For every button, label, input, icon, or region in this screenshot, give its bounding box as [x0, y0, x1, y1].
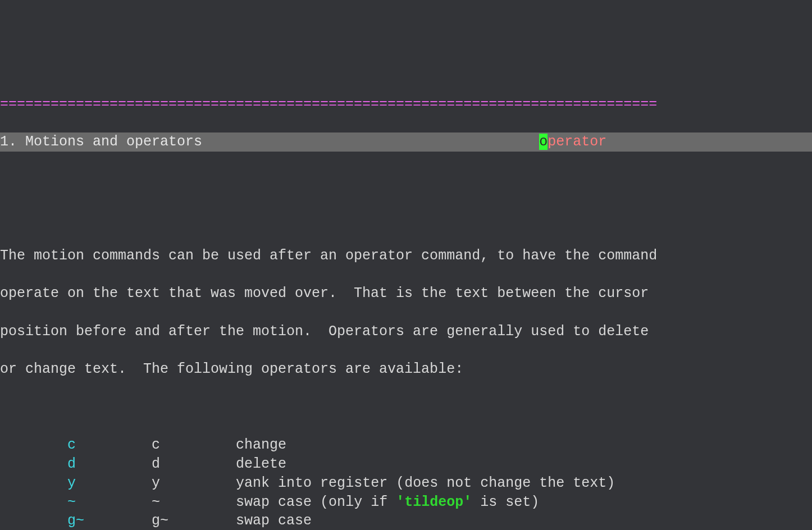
paragraph-line: The motion commands can be used after an…: [0, 246, 812, 266]
paragraph-line: operate on the text that was moved over.…: [0, 284, 812, 303]
operator-row: y y yank into register (does not change …: [0, 474, 812, 493]
row-indent: [0, 475, 67, 491]
cursor: o: [539, 134, 548, 150]
row-indent: [0, 456, 67, 472]
operator-row: d d delete: [0, 455, 812, 474]
operator-desc-post: is set): [472, 494, 539, 510]
help-link[interactable]: y: [67, 475, 152, 491]
paragraph-line: or change text. The following operators …: [0, 360, 812, 379]
operator-row: ~ ~ swap case (only if 'tildeop' is set): [0, 493, 812, 512]
paragraph-line: position before and after the motion. Op…: [0, 322, 812, 341]
blank-line: [0, 208, 812, 227]
operator-row: g~ g~ swap case: [0, 511, 812, 530]
section-title: 1. Motions and operators: [0, 134, 202, 150]
operator-command: c: [152, 437, 236, 453]
operator-desc: delete: [236, 456, 286, 472]
operator-row: c c change: [0, 436, 812, 455]
operator-command: g~: [152, 513, 236, 529]
help-tag-operator[interactable]: perator: [548, 134, 606, 150]
operator-command: d: [152, 456, 236, 472]
operator-desc: yank into register (does not change the …: [236, 475, 615, 491]
operator-desc: swap case: [236, 513, 312, 529]
help-link[interactable]: ~: [67, 494, 152, 510]
operator-command: ~: [152, 494, 236, 510]
blank-line: [0, 398, 812, 417]
operator-command: y: [152, 475, 236, 491]
help-link[interactable]: d: [67, 456, 152, 472]
operator-desc: swap case (only if: [236, 494, 396, 510]
option-link[interactable]: 'tildeop': [396, 494, 472, 510]
blank-line: [0, 171, 812, 190]
section-title-row: 1. Motions and operators operator: [0, 132, 812, 152]
row-indent: [0, 513, 67, 529]
row-indent: [0, 437, 67, 453]
help-link[interactable]: g~: [67, 513, 152, 529]
row-indent: [0, 494, 67, 510]
section-separator: ========================================…: [0, 95, 812, 114]
operator-desc: change: [236, 437, 286, 453]
help-link[interactable]: c: [67, 437, 152, 453]
title-gap: [202, 134, 539, 150]
